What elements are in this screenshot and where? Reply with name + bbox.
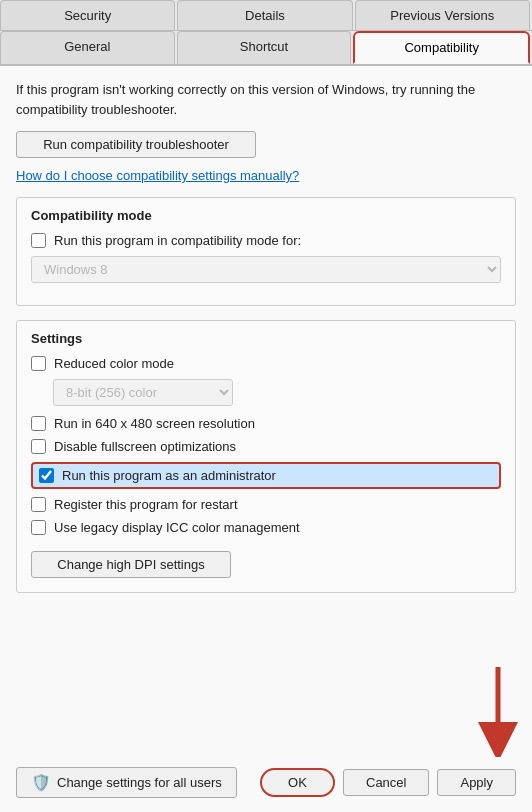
admin-label[interactable]: Run this program as an administrator [62, 468, 276, 483]
window: Security Details Previous Versions Gener… [0, 0, 532, 812]
compatibility-mode-title: Compatibility mode [31, 208, 501, 223]
tab-security[interactable]: Security [0, 0, 175, 30]
color-dropdown[interactable]: 8-bit (256) color 16-bit color [53, 379, 233, 406]
content-area: If this program isn't working correctly … [0, 66, 532, 757]
fullscreen-label[interactable]: Disable fullscreen optimizations [54, 439, 236, 454]
icc-label[interactable]: Use legacy display ICC color management [54, 520, 300, 535]
compatibility-mode-dropdown[interactable]: Windows 8 Windows 7 Windows Vista (SP2) … [31, 256, 501, 283]
restart-row: Register this program for restart [31, 497, 501, 512]
tab-details[interactable]: Details [177, 0, 352, 30]
fullscreen-checkbox[interactable] [31, 439, 46, 454]
settings-title: Settings [31, 331, 501, 346]
tab-bar-bottom: General Shortcut Compatibility [0, 31, 532, 66]
apply-button[interactable]: Apply [437, 769, 516, 796]
restart-label[interactable]: Register this program for restart [54, 497, 238, 512]
admin-checkbox[interactable] [39, 468, 54, 483]
fullscreen-row: Disable fullscreen optimizations [31, 439, 501, 454]
footer-buttons: OK Cancel Apply [260, 768, 516, 797]
cancel-button[interactable]: Cancel [343, 769, 429, 796]
640x480-checkbox[interactable] [31, 416, 46, 431]
reduced-color-row: Reduced color mode [31, 356, 501, 371]
change-dpi-btn[interactable]: Change high DPI settings [31, 551, 231, 578]
ok-button[interactable]: OK [260, 768, 335, 797]
help-link[interactable]: How do I choose compatibility settings m… [16, 168, 516, 183]
tab-previous-versions[interactable]: Previous Versions [355, 0, 530, 30]
icc-checkbox[interactable] [31, 520, 46, 535]
change-settings-label: Change settings for all users [57, 775, 222, 790]
restart-checkbox[interactable] [31, 497, 46, 512]
color-dropdown-row: 8-bit (256) color 16-bit color [53, 379, 501, 406]
settings-section: Settings Reduced color mode 8-bit (256) … [16, 320, 516, 593]
tab-compatibility[interactable]: Compatibility [353, 31, 530, 64]
intro-text: If this program isn't working correctly … [16, 80, 516, 119]
640x480-label[interactable]: Run in 640 x 480 screen resolution [54, 416, 255, 431]
footer: 🛡️ Change settings for all users OK Canc… [0, 757, 532, 812]
compatibility-mode-checkbox[interactable] [31, 233, 46, 248]
tab-shortcut[interactable]: Shortcut [177, 31, 352, 64]
tab-general[interactable]: General [0, 31, 175, 64]
change-settings-btn[interactable]: 🛡️ Change settings for all users [16, 767, 237, 798]
reduced-color-checkbox[interactable] [31, 356, 46, 371]
icc-row: Use legacy display ICC color management [31, 520, 501, 535]
compatibility-mode-label[interactable]: Run this program in compatibility mode f… [54, 233, 301, 248]
compatibility-mode-dropdown-row: Windows 8 Windows 7 Windows Vista (SP2) … [31, 256, 501, 283]
run-troubleshooter-btn[interactable]: Run compatibility troubleshooter [16, 131, 256, 158]
reduced-color-label[interactable]: Reduced color mode [54, 356, 174, 371]
admin-row: Run this program as an administrator [31, 462, 501, 489]
tab-bar-top: Security Details Previous Versions [0, 0, 532, 31]
compatibility-mode-section: Compatibility mode Run this program in c… [16, 197, 516, 306]
compatibility-mode-row: Run this program in compatibility mode f… [31, 233, 501, 248]
640x480-row: Run in 640 x 480 screen resolution [31, 416, 501, 431]
shield-icon: 🛡️ [31, 773, 51, 792]
